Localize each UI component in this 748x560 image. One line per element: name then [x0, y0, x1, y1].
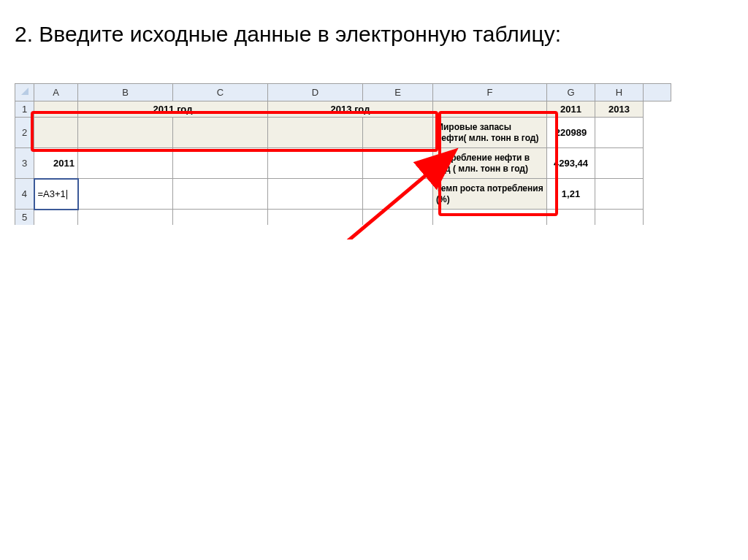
- text-cursor: [66, 190, 67, 199]
- row-header-4[interactable]: 4: [15, 179, 34, 210]
- row-header-3[interactable]: 3: [15, 148, 34, 179]
- col-header-blank[interactable]: [644, 84, 671, 101]
- row-header-1[interactable]: 1: [15, 101, 34, 118]
- col-header-H[interactable]: H: [595, 84, 644, 101]
- cell-H2[interactable]: [595, 118, 644, 148]
- cell-F3[interactable]: потребление нефти в год ( млн. тонн в го…: [433, 148, 547, 179]
- cell-D1[interactable]: 2013 год: [268, 101, 433, 118]
- cell-A3[interactable]: 2011: [34, 148, 78, 179]
- col-header-G[interactable]: G: [547, 84, 595, 101]
- row-header-5[interactable]: 5: [15, 210, 34, 226]
- cell-D5[interactable]: [268, 210, 363, 226]
- cell-F1[interactable]: [433, 101, 547, 118]
- cell-E4[interactable]: [363, 179, 433, 210]
- cell-B2[interactable]: [78, 118, 173, 148]
- cell-A4-editing[interactable]: =A3+1: [34, 179, 78, 210]
- cell-E5[interactable]: [363, 210, 433, 226]
- cell-D2[interactable]: [268, 118, 363, 148]
- cell-G5[interactable]: [547, 210, 595, 226]
- row-header-2[interactable]: 2: [15, 118, 34, 148]
- col-header-C[interactable]: C: [173, 84, 268, 101]
- cell-D4[interactable]: [268, 179, 363, 210]
- cell-E3[interactable]: [363, 148, 433, 179]
- cell-G1[interactable]: 2011: [547, 101, 595, 118]
- cell-B4[interactable]: [78, 179, 173, 210]
- cell-G2[interactable]: 220989: [547, 118, 595, 148]
- cell-G4[interactable]: 1,21: [547, 179, 595, 210]
- spreadsheet-grid[interactable]: A B C D E F G H 1 2011 год 2013 год 2011…: [15, 83, 671, 225]
- col-header-D[interactable]: D: [268, 84, 363, 101]
- cell-F2[interactable]: Мировые запасы нефти( млн. тонн в год): [433, 118, 547, 148]
- col-header-E[interactable]: E: [363, 84, 433, 101]
- cell-B5[interactable]: [78, 210, 173, 226]
- cell-G3[interactable]: 4293,44: [547, 148, 595, 179]
- cell-B3[interactable]: [78, 148, 173, 179]
- cell-I1[interactable]: [644, 101, 671, 118]
- cell-I4[interactable]: [644, 179, 671, 210]
- cell-I2[interactable]: [644, 118, 671, 148]
- cell-C5[interactable]: [173, 210, 268, 226]
- cell-C3[interactable]: [173, 148, 268, 179]
- cell-A2[interactable]: [34, 118, 78, 148]
- col-header-F[interactable]: F: [433, 84, 547, 101]
- cell-B1[interactable]: 2011 год: [78, 101, 268, 118]
- cell-C4[interactable]: [173, 179, 268, 210]
- cell-H1[interactable]: 2013: [595, 101, 644, 118]
- page-title: 2. Введите исходные данные в электронную…: [15, 22, 733, 47]
- cell-E2[interactable]: [363, 118, 433, 148]
- select-all-corner[interactable]: [15, 84, 34, 101]
- cell-A5[interactable]: [34, 210, 78, 226]
- cell-I5[interactable]: [644, 210, 671, 226]
- cell-A1[interactable]: [34, 101, 78, 118]
- svg-marker-0: [21, 88, 28, 95]
- col-header-A[interactable]: A: [34, 84, 78, 101]
- cell-H4[interactable]: [595, 179, 644, 210]
- cell-D3[interactable]: [268, 148, 363, 179]
- cell-I3[interactable]: [644, 148, 671, 179]
- cell-F5[interactable]: [433, 210, 547, 226]
- cell-H5[interactable]: [595, 210, 644, 226]
- formula-text: =A3+1: [38, 188, 66, 199]
- col-header-B[interactable]: B: [78, 84, 173, 101]
- cell-C2[interactable]: [173, 118, 268, 148]
- cell-F4[interactable]: Темп роста потребления (%): [433, 179, 547, 210]
- cell-H3[interactable]: [595, 148, 644, 179]
